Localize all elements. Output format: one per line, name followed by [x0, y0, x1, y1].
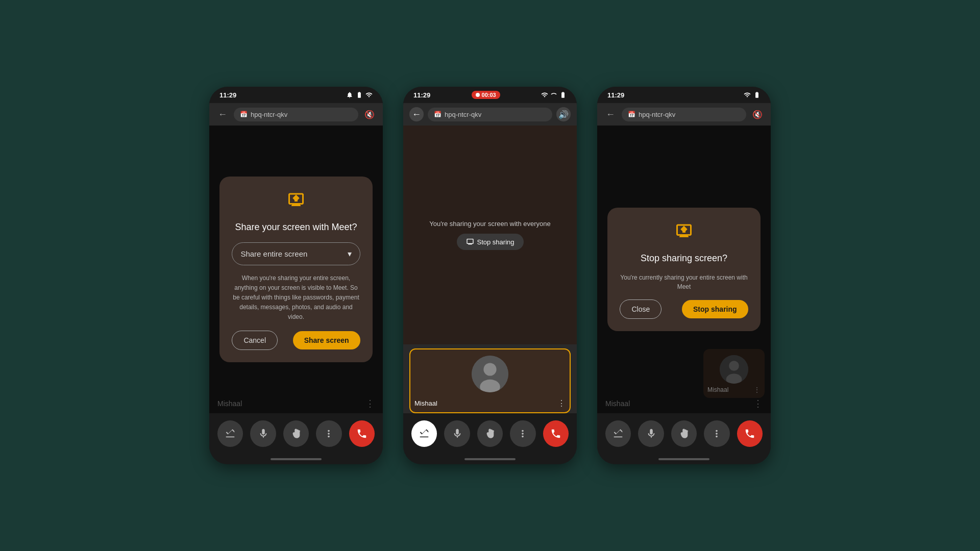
more-options-button-2[interactable]: [510, 420, 535, 447]
modal-card-3: Stop sharing screen? You're currently sh…: [607, 208, 760, 331]
call-controls-2: [403, 413, 577, 454]
participant-inner-2: [410, 349, 570, 398]
camera-toggle-button-1[interactable]: [217, 420, 243, 447]
status-bar-3: 11:29: [597, 87, 771, 103]
participant-more-2[interactable]: ⋮: [557, 398, 566, 408]
avatar-2: [472, 356, 508, 392]
home-indicator-2: [403, 454, 577, 464]
svg-point-1: [483, 363, 496, 375]
modal-title-3: Stop sharing screen?: [641, 252, 727, 265]
end-call-button-1[interactable]: [349, 420, 375, 447]
share-type-dropdown[interactable]: Share entire screen ▾: [232, 242, 360, 265]
stop-sharing-button[interactable]: Stop sharing: [457, 234, 524, 250]
status-bar-1: 11:29: [209, 87, 383, 103]
participant-name-text-2: Mishaal: [414, 399, 437, 407]
signal-icon-2: [551, 91, 557, 98]
browser-bar-3: ← 📅 hpq-ntcr-qkv 🔇: [597, 103, 771, 126]
back-button-2[interactable]: ←: [409, 107, 424, 121]
participant-label-2: Mishaal ⋮: [410, 398, 570, 412]
url-bar-1[interactable]: 📅 hpq-ntcr-qkv: [234, 108, 358, 121]
call-controls-1: [209, 413, 383, 454]
phone1-content: Mishaal ⋮ Share your screen with Meet? S…: [209, 126, 383, 413]
mic-button-2[interactable]: [444, 420, 470, 447]
phone3-content: Mishaal ⋮ Mishaal ⋮: [597, 126, 771, 413]
stop-sharing-confirm-button[interactable]: Stop sharing: [682, 300, 748, 318]
modal-subtitle-3: You're currently sharing your entire scr…: [620, 273, 748, 291]
participant-tile-area-2: Mishaal ⋮: [403, 344, 577, 413]
url-bar-2[interactable]: 📅 hpq-ntcr-qkv: [428, 108, 552, 121]
dropdown-value: Share entire screen: [240, 249, 307, 258]
cancel-button[interactable]: Cancel: [232, 331, 278, 350]
modal-actions-1: Cancel Share screen: [232, 331, 360, 350]
modal-warning-text: When you're sharing your entire screen, …: [232, 273, 360, 322]
status-time-2: 11:29: [413, 91, 430, 99]
phone-3: 11:29 ← 📅 hpq-ntcr-qkv 🔇 Mishaal ⋮: [597, 87, 771, 464]
home-bar-3: [658, 458, 709, 460]
recording-time: 00:03: [482, 92, 496, 98]
stop-sharing-modal: Stop sharing screen? You're currently sh…: [597, 126, 771, 413]
mic-button-3[interactable]: [638, 420, 664, 447]
calendar-icon-1: 📅: [240, 111, 248, 118]
recording-badge: 00:03: [472, 91, 500, 99]
home-bar-2: [464, 458, 516, 460]
battery-icon-2: [559, 91, 567, 98]
close-button[interactable]: Close: [620, 299, 662, 319]
status-bar-2: 11:29 00:03: [403, 87, 577, 103]
screen-share-icon-3: [675, 222, 693, 244]
wifi-icon: [365, 91, 373, 98]
browser-bar-1: ← 📅 hpq-ntcr-qkv 🔇: [209, 103, 383, 126]
phone-1: 11:29 ← 📅 hpq-ntcr-qkv 🔇 Mishaal ⋮: [209, 87, 383, 464]
sound-button-2[interactable]: 🔊: [556, 107, 571, 121]
raise-hand-button-1[interactable]: [283, 420, 309, 447]
battery-icon-3: [753, 91, 761, 98]
mic-button-1[interactable]: [250, 420, 276, 447]
url-text-1: hpq-ntcr-qkv: [251, 111, 287, 118]
chevron-down-icon: ▾: [348, 249, 352, 259]
share-screen-button[interactable]: Share screen: [293, 331, 360, 349]
sound-button-3[interactable]: 🔇: [750, 107, 765, 121]
phone-2: 11:29 00:03 ← 📅 hpq-ntcr-qkv 🔊 You're sh…: [403, 87, 577, 464]
stop-sharing-label: Stop sharing: [477, 238, 514, 246]
sound-button-1[interactable]: 🔇: [362, 107, 377, 121]
url-text-3: hpq-ntcr-qkv: [639, 111, 675, 118]
screen-share-area: You're sharing your screen with everyone…: [403, 126, 577, 344]
wifi-icon-2: [541, 91, 548, 98]
more-options-button-3[interactable]: [704, 420, 729, 447]
home-bar-1: [271, 458, 322, 460]
call-controls-3: [597, 413, 771, 454]
home-indicator-3: [597, 454, 771, 464]
participant-tile-2: Mishaal ⋮: [409, 348, 571, 413]
modal-card-1: Share your screen with Meet? Share entir…: [219, 177, 372, 362]
calendar-icon-2: 📅: [434, 111, 442, 118]
camera-toggle-button-3[interactable]: [605, 420, 631, 447]
url-text-2: hpq-ntcr-qkv: [445, 111, 481, 118]
end-call-button-3[interactable]: [737, 420, 763, 447]
camera-toggle-button-2[interactable]: [411, 420, 437, 447]
wifi-icon-3: [744, 91, 751, 98]
phone2-content: You're sharing your screen with everyone…: [403, 126, 577, 413]
calendar-icon-3: 📅: [628, 111, 635, 118]
status-time-3: 11:29: [607, 91, 624, 99]
home-indicator-1: [209, 454, 383, 464]
status-icons-3: [744, 91, 761, 98]
more-options-button-1[interactable]: [316, 420, 341, 447]
browser-bar-2: ← 📅 hpq-ntcr-qkv 🔊: [403, 103, 577, 126]
raise-hand-button-3[interactable]: [671, 420, 697, 447]
status-time-1: 11:29: [219, 91, 236, 99]
screen-share-icon-1: [287, 191, 305, 213]
url-bar-3[interactable]: 📅 hpq-ntcr-qkv: [622, 108, 746, 121]
recording-dot: [476, 93, 480, 97]
battery-icon: [356, 91, 363, 98]
notification-icon: [346, 91, 353, 98]
share-screen-modal: Share your screen with Meet? Share entir…: [209, 126, 383, 413]
back-button-1[interactable]: ←: [215, 107, 230, 121]
status-icons-1: [346, 91, 373, 98]
back-button-3[interactable]: ←: [603, 107, 618, 121]
modal-actions-3: Close Stop sharing: [620, 299, 748, 319]
sharing-status-text: You're sharing your screen with everyone: [429, 220, 551, 228]
modal-title-1: Share your screen with Meet?: [235, 221, 357, 234]
end-call-button-2[interactable]: [543, 420, 569, 447]
status-icons-2: [541, 91, 567, 98]
stop-share-icon: [466, 238, 474, 246]
raise-hand-button-2[interactable]: [477, 420, 503, 447]
